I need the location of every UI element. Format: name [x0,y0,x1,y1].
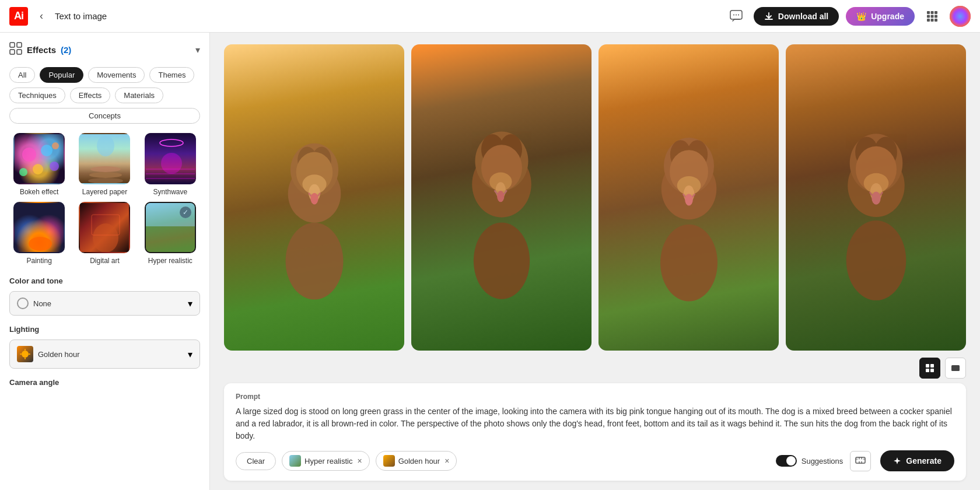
svg-rect-36 [146,203,195,226]
chat-button[interactable] [726,6,747,27]
main-layout: Effects (2) ▾ All Popular Movements Them… [0,33,980,490]
prompt-bottom: Clear Hyper realistic × Golden hour × [236,450,954,471]
upgrade-label: Upgrade [871,12,904,21]
download-all-button[interactable]: Download all [754,7,839,26]
apps-button[interactable] [922,6,943,27]
clear-button[interactable]: Clear [236,452,276,470]
collapse-button[interactable]: ▾ [195,44,200,55]
svg-rect-17 [17,50,22,54]
effect-digital-art[interactable]: Digital art [75,202,134,265]
color-tone-title: Color and tone [9,276,200,285]
header-right: Download all 👑 Upgrade [726,6,971,27]
tag-golden-hour[interactable]: Golden hour × [376,451,457,471]
filter-row-2: Techniques Effects Materials [9,88,200,103]
effect-layered-label: Layered paper [82,188,127,196]
image-card-2 [411,44,592,351]
sidebar: Effects (2) ▾ All Popular Movements Them… [0,33,210,490]
suggestions-row: Suggestions Generate [776,450,954,471]
filter-materials[interactable]: Materials [115,88,163,103]
svg-rect-81 [926,369,929,372]
image-card-3 [598,44,779,351]
filter-movements[interactable]: Movements [88,67,145,83]
filter-themes[interactable]: Themes [149,67,194,83]
effect-hyper-realistic[interactable]: ✓ Hyper realistic [141,202,200,265]
svg-rect-83 [951,365,960,371]
svg-rect-4 [927,11,930,14]
svg-rect-42 [29,354,30,355]
svg-point-33 [29,237,52,251]
tag-hyper-realistic-label: Hyper realistic [304,457,352,466]
suggestions-label: Suggestions [802,457,844,466]
lighting-chevron-icon: ▾ [188,349,192,360]
color-tone-value: None [33,299,51,308]
filter-popular[interactable]: Popular [40,67,83,83]
generate-button[interactable]: Generate [880,450,954,471]
prompt-text: A large sized dog is stood on long green… [236,405,954,442]
view-controls [210,358,980,383]
effect-thumb-digitalart [79,202,130,253]
svg-point-20 [33,164,43,174]
svg-rect-41 [20,354,22,355]
svg-point-21 [50,162,59,171]
svg-rect-15 [17,43,22,47]
upgrade-button[interactable]: 👑 Upgrade [846,7,915,26]
filter-all[interactable]: All [9,67,35,83]
grid-view-button[interactable] [919,358,940,379]
svg-point-27 [97,135,114,156]
color-tone-circle-icon [17,298,29,309]
tag-hyper-realistic[interactable]: Hyper realistic × [282,451,370,471]
effect-thumb-synthwave [145,133,196,184]
effect-hyperrealistic-label: Hyper realistic [148,257,192,265]
effect-painting[interactable]: Painting [9,202,69,265]
svg-rect-79 [926,364,929,368]
prompt-section: Prompt A large sized dog is stood on lon… [224,383,966,481]
image-card-4 [786,44,966,351]
svg-rect-7 [927,15,930,18]
single-view-button[interactable] [945,358,966,379]
filter-effects[interactable]: Effects [70,88,111,103]
svg-rect-80 [930,364,934,368]
camera-angle-title: Camera angle [9,378,200,387]
tag-hyper-realistic-remove[interactable]: × [357,456,362,466]
color-tone-dropdown[interactable]: None ▾ [9,291,200,316]
tag-golden-hour-remove[interactable]: × [444,456,449,466]
color-tone-dropdown-left: None [17,298,51,309]
color-tone-section: Color and tone None ▾ [9,276,200,316]
prompt-label: Prompt [236,393,954,401]
lighting-thumb-icon [17,346,33,362]
header: Ai ‹ Text to image Download all 👑 Upgrad… [0,0,980,33]
effect-bokeh[interactable]: Bokeh effect [9,133,69,196]
svg-point-32 [160,139,183,146]
suggestions-toggle[interactable] [776,455,797,467]
effects-grid-icon [9,42,22,58]
lighting-section: Lighting Golden hour ▾ [9,325,200,369]
avatar[interactable] [950,6,971,27]
sidebar-header: Effects (2) ▾ [9,42,200,58]
effect-digitalart-label: Digital art [90,257,120,265]
effect-layered-paper[interactable]: Layered paper [75,133,134,196]
svg-rect-37 [146,226,195,252]
camera-angle-section: Camera angle [9,378,200,387]
svg-point-23 [52,142,59,149]
back-button[interactable]: ‹ [35,8,48,24]
tag-golden-hour-label: Golden hour [398,457,440,466]
sidebar-title-row: Effects (2) [9,42,71,58]
lighting-dropdown[interactable]: Golden hour ▾ [9,340,200,369]
aspect-ratio-button[interactable] [850,451,871,471]
image-card-1 [224,44,404,351]
effect-bokeh-label: Bokeh effect [20,188,59,196]
content-area: Prompt A large sized dog is stood on lon… [210,33,980,490]
filter-techniques[interactable]: Techniques [9,88,65,103]
svg-point-22 [19,168,27,176]
filter-row-3: Concepts [9,108,200,124]
header-left: Ai ‹ Text to image [9,7,107,26]
download-all-label: Download all [778,12,828,21]
svg-point-60 [497,191,504,202]
filter-concepts[interactable]: Concepts [9,108,200,124]
svg-point-34 [93,223,118,253]
effect-synthwave[interactable]: Synthwave [141,133,200,196]
svg-point-19 [41,145,52,156]
sidebar-effects-label: Effects [27,45,56,55]
svg-rect-8 [931,15,934,18]
svg-point-1 [733,14,734,15]
